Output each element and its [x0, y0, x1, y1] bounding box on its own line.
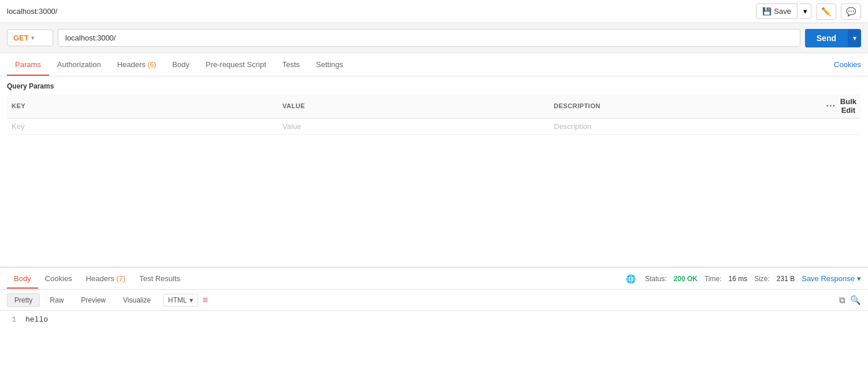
query-params-section: Query Params KEY VALUE DESCRIPTION ···: [0, 76, 868, 135]
tab-params[interactable]: Params: [7, 54, 49, 76]
status-code: 200 OK: [674, 275, 698, 283]
save-response-chevron-icon: ▾: [857, 274, 861, 283]
language-chevron-icon: ▾: [190, 296, 193, 304]
request-tabs-bar: Params Authorization Headers (6) Body Pr…: [0, 53, 868, 76]
bulk-edit-button[interactable]: Bulk Edit: [840, 97, 856, 115]
tab-tests[interactable]: Tests: [275, 54, 308, 76]
search-icon[interactable]: 🔍: [850, 295, 861, 305]
response-tab-test-results[interactable]: Test Results: [132, 270, 187, 289]
response-tab-cookies[interactable]: Cookies: [38, 270, 79, 289]
col-header-description: DESCRIPTION: [549, 94, 821, 119]
description-placeholder[interactable]: Description: [554, 122, 591, 131]
line-content: hello: [25, 315, 48, 324]
language-selector[interactable]: HTML ▾: [163, 294, 198, 307]
response-tabs: Body Cookies Headers (7) Test Results: [7, 270, 187, 288]
method-selector[interactable]: GET ▾: [7, 30, 53, 46]
save-icon: 💾: [762, 7, 771, 16]
time-label: Time:: [704, 275, 722, 283]
response-tab-headers[interactable]: Headers (7): [79, 270, 133, 289]
response-status: 🌐 Status: 200 OK Time: 16 ms Size: 231 B…: [626, 274, 861, 283]
col-header-actions: ··· Bulk Edit: [821, 94, 861, 119]
wrap-lines-button[interactable]: ≡: [203, 295, 208, 305]
response-tab-body[interactable]: Body: [7, 270, 38, 289]
request-area: Query Params KEY VALUE DESCRIPTION ···: [0, 76, 868, 267]
more-options-icon[interactable]: ···: [826, 101, 835, 111]
edit-button[interactable]: ✏️: [816, 3, 836, 20]
response-area: Body Cookies Headers (7) Test Results 🌐 …: [0, 267, 868, 365]
url-bar: GET ▾ Send ▾: [0, 23, 868, 53]
send-chevron-icon: ▾: [853, 34, 856, 42]
page-title: localhost:3000/: [7, 7, 57, 16]
method-label: GET: [13, 34, 29, 42]
col-header-value: VALUE: [278, 94, 549, 119]
copy-icon[interactable]: ⧉: [839, 295, 845, 305]
save-button[interactable]: 💾 Save: [756, 3, 797, 19]
response-tabs-bar: Body Cookies Headers (7) Test Results 🌐 …: [0, 268, 868, 290]
format-icons: ⧉ 🔍: [839, 295, 861, 305]
cookies-link[interactable]: Cookies: [834, 60, 861, 69]
line-number: 1: [7, 315, 16, 324]
save-dropdown-button[interactable]: ▾: [800, 3, 811, 19]
globe-icon: 🌐: [626, 274, 636, 283]
url-input[interactable]: [58, 29, 800, 47]
params-table: KEY VALUE DESCRIPTION ··· Bulk Edit: [7, 94, 861, 135]
format-tabs: Pretty Raw Preview Visualize: [7, 293, 158, 307]
size-label: Size:: [754, 275, 770, 283]
query-params-label: Query Params: [7, 82, 861, 90]
top-bar-actions: 💾 Save ▾ ✏️ 💬: [756, 3, 861, 20]
code-line: 1 hello: [7, 315, 861, 324]
tab-authorization[interactable]: Authorization: [49, 54, 109, 76]
format-tab-visualize[interactable]: Visualize: [116, 293, 158, 307]
key-placeholder[interactable]: Key: [12, 122, 24, 131]
size-value: 231 B: [777, 275, 795, 283]
top-bar: localhost:3000/ 💾 Save ▾ ✏️ 💬: [0, 0, 868, 23]
request-tabs: Params Authorization Headers (6) Body Pr…: [7, 54, 351, 75]
comment-button[interactable]: 💬: [841, 3, 861, 20]
format-tab-pretty[interactable]: Pretty: [7, 293, 40, 307]
time-value: 16 ms: [728, 275, 747, 283]
format-tab-raw[interactable]: Raw: [42, 293, 71, 307]
send-dropdown-button[interactable]: ▾: [848, 30, 861, 47]
send-button-group: Send ▾: [805, 29, 861, 47]
table-row: Key Value Description: [7, 119, 861, 135]
save-response-button[interactable]: Save Response ▾: [802, 274, 861, 283]
code-area: 1 hello: [0, 311, 868, 365]
status-label: Status:: [645, 275, 666, 283]
col-header-key: KEY: [7, 94, 278, 119]
format-tab-preview[interactable]: Preview: [73, 293, 113, 307]
send-button[interactable]: Send: [805, 29, 848, 47]
value-placeholder[interactable]: Value: [283, 122, 301, 131]
tab-headers[interactable]: Headers (6): [109, 54, 164, 76]
tab-settings[interactable]: Settings: [308, 54, 351, 76]
response-format-bar: Pretty Raw Preview Visualize HTML ▾ ≡ ⧉ …: [0, 290, 868, 311]
chevron-down-icon: ▾: [803, 7, 807, 16]
method-chevron-icon: ▾: [31, 35, 34, 41]
language-label: HTML: [168, 296, 187, 304]
tab-pre-request-script[interactable]: Pre-request Script: [198, 54, 275, 76]
tab-body[interactable]: Body: [164, 54, 198, 76]
